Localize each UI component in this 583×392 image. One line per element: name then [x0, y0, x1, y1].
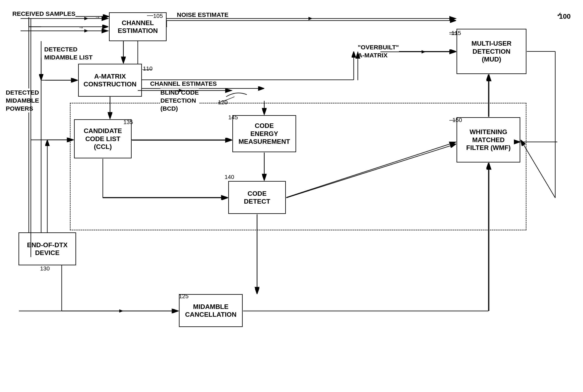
ref-135: 135	[124, 119, 133, 126]
diagram: CHANNEL ESTIMATION A-MATRIXCONSTRUCTION …	[0, 0, 583, 392]
ref-100-check: ✓	[557, 11, 562, 18]
ref-150: 150	[452, 117, 462, 124]
blind-code-detection-label: BLIND CODEDETECTION(BCD)	[160, 88, 199, 112]
a-matrix-box: A-MATRIXCONSTRUCTION	[78, 64, 142, 97]
received-samples-label: RECEIVED SAMPLES	[12, 10, 76, 17]
ref-125: 125	[179, 293, 188, 300]
ref-120: 120	[218, 99, 228, 106]
arrow-received2: →	[78, 24, 84, 31]
noise-estimate-label: NOISE ESTIMATE	[177, 11, 228, 18]
ref-105: 105	[153, 13, 163, 19]
detected-midamble-powers-label: DETECTEDMIDAMBLEPOWERS	[6, 88, 39, 112]
ref-115: 115	[452, 30, 461, 36]
ref-140: 140	[224, 174, 234, 180]
end-of-dtx-box: END-OF-DTXDEVICE	[18, 232, 76, 265]
channel-estimates-label: CHANNEL ESTIMATES	[150, 80, 217, 87]
ref-110: 110	[143, 66, 152, 72]
ref-130: 130	[40, 265, 50, 272]
ref-145: 145	[228, 114, 238, 121]
detected-midamble-list-label: DETECTEDMIDAMBLE LIST	[44, 45, 92, 61]
ref-105-line	[147, 16, 153, 16]
overbuilt-a-matrix-label: "OVERBUILT"A-MATRIX	[358, 43, 399, 59]
multi-user-detection-box: MULTI-USERDETECTION(MUD)	[456, 29, 526, 74]
arrow-received: →	[94, 14, 100, 20]
ref-115-line	[449, 34, 458, 34]
